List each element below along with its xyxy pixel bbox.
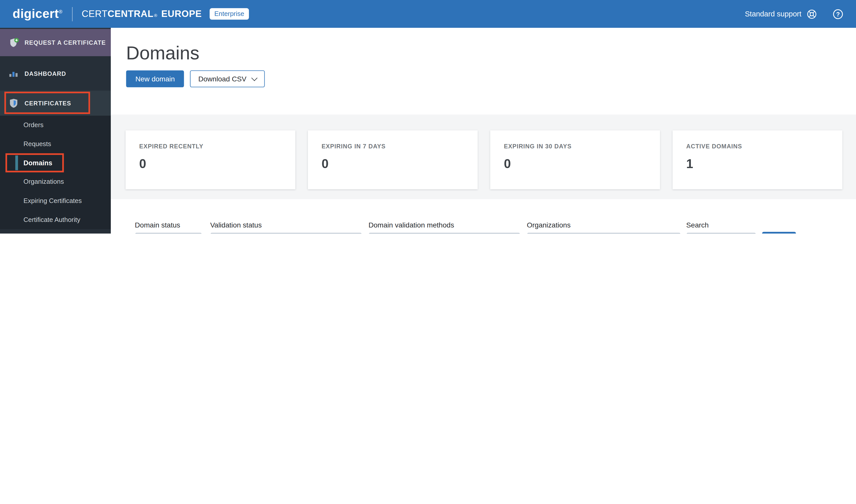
stat-value: 0 — [504, 157, 660, 171]
dv-methods-label: Domain validation methods — [369, 221, 520, 229]
logo-text: digicert — [13, 6, 59, 21]
certificates-submenu: Orders Requests Domains Organizations Ex… — [0, 116, 111, 229]
filter-search: Search — [686, 221, 756, 234]
product-brand: CERTCENTRAL®EUROPE — [82, 8, 202, 19]
validation-status-input[interactable] — [210, 233, 362, 234]
active-item-bar — [15, 156, 18, 170]
request-certificate-label: REQUEST A CERTIFICATE — [24, 39, 106, 46]
brand-region: EUROPE — [161, 8, 202, 19]
sidebar-item-organizations[interactable]: Organizations — [0, 173, 111, 191]
page-title: Domains — [126, 41, 856, 65]
life-buoy-icon[interactable] — [806, 8, 817, 19]
stat-label: EXPIRED RECENTLY — [139, 143, 295, 149]
expiring-certificates-label: Expiring Certificates — [23, 197, 82, 204]
sidebar-item-certificate-authority[interactable]: Certificate Authority — [0, 210, 111, 229]
download-csv-button[interactable]: Download CSV — [190, 70, 265, 87]
stat-label: EXPIRING IN 30 DAYS — [504, 143, 660, 149]
go-button[interactable]: Go — [762, 232, 796, 234]
action-buttons: New domain Download CSV — [126, 70, 856, 87]
certificate-authority-label: Certificate Authority — [23, 216, 81, 223]
header-divider — [72, 7, 72, 21]
filter-domain-status: Domain status Active — [135, 221, 202, 234]
sidebar-item-expiring-certificates[interactable]: Expiring Certificates — [0, 191, 111, 210]
sidebar: REQUEST A CERTIFICATE DASHBOARD CERTIFIC — [0, 28, 111, 234]
stat-card-expiring-30-days: EXPIRING IN 30 DAYS 0 — [490, 130, 660, 189]
organizations-filter-label: Organizations — [527, 221, 681, 229]
sidebar-item-certificates[interactable]: CERTIFICATES — [0, 90, 111, 115]
chevron-down-icon — [251, 75, 258, 81]
dashboard-label: DASHBOARD — [24, 70, 66, 77]
requests-label: Requests — [23, 140, 51, 148]
logo-reg: ® — [59, 9, 63, 14]
domain-status-label: Domain status — [135, 221, 202, 229]
stat-card-active-domains: ACTIVE DOMAINS 1 — [672, 130, 842, 189]
certificates-label: CERTIFICATES — [24, 100, 71, 106]
shield-plus-icon — [9, 37, 19, 48]
domains-label: Domains — [23, 159, 52, 167]
stat-card-expiring-7-days: EXPIRING IN 7 DAYS 0 — [308, 130, 477, 189]
validation-status-label: Validation status — [210, 221, 362, 229]
help-icon[interactable]: ? — [833, 8, 843, 19]
filter-organizations: Organizations — [527, 221, 681, 234]
app-window: digicert® CERTCENTRAL®EUROPE Enterprise … — [0, 0, 856, 234]
stat-label: ACTIVE DOMAINS — [686, 143, 842, 149]
stat-label: EXPIRING IN 7 DAYS — [321, 143, 477, 149]
orders-label: Orders — [23, 121, 43, 129]
domain-status-select[interactable]: Active — [135, 233, 202, 234]
top-bar: digicert® CERTCENTRAL®EUROPE Enterprise … — [0, 0, 856, 28]
dashboard-icon — [9, 68, 19, 78]
stat-card-expired-recently: EXPIRED RECENTLY 0 — [125, 130, 295, 189]
organizations-label: Organizations — [23, 178, 64, 185]
certificates-shield-icon — [9, 98, 19, 108]
new-domain-button[interactable]: New domain — [126, 70, 184, 87]
sidebar-item-dashboard[interactable]: DASHBOARD — [0, 56, 111, 90]
sidebar-item-domains[interactable]: Domains — [0, 154, 111, 173]
brand-cert: CERT — [82, 8, 108, 19]
dv-methods-select[interactable]: Unfiltered — [369, 233, 520, 234]
search-label: Search — [686, 221, 756, 229]
request-certificate-button[interactable]: REQUEST A CERTIFICATE — [0, 29, 111, 56]
standard-support-label: Standard support — [745, 10, 802, 18]
enterprise-badge: Enterprise — [209, 8, 249, 19]
brand-central: CENTRAL — [107, 8, 153, 19]
filter-validation-status: Validation status — [210, 221, 362, 234]
organizations-input[interactable] — [527, 233, 681, 234]
filter-dv-methods: Domain validation methods Unfiltered — [369, 221, 520, 234]
digicert-logo[interactable]: digicert® — [13, 6, 63, 21]
sidebar-item-automation[interactable]: AUTOMATION — [0, 229, 111, 234]
brand-reg: ® — [154, 13, 158, 18]
main-content: Domains New domain Download CSV EXPIRED … — [111, 28, 856, 234]
stat-value: 0 — [321, 157, 477, 171]
stats-band: EXPIRED RECENTLY 0 EXPIRING IN 7 DAYS 0 … — [111, 114, 856, 199]
stat-value: 1 — [686, 157, 842, 171]
svg-text:?: ? — [836, 11, 840, 17]
download-csv-label: Download CSV — [198, 75, 246, 83]
stat-value: 0 — [139, 157, 295, 171]
sidebar-item-requests[interactable]: Requests — [0, 134, 111, 154]
search-input[interactable] — [686, 233, 756, 234]
filter-bar: Domain status Active Validation status D… — [135, 221, 856, 234]
sidebar-item-orders[interactable]: Orders — [0, 116, 111, 135]
